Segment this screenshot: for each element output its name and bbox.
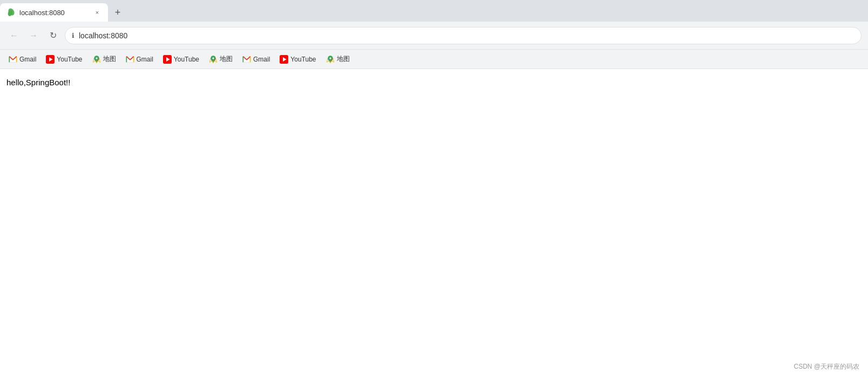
url-display: localhost:8080 — [79, 31, 127, 40]
bookmark-maps-1[interactable]: 地图 — [88, 52, 120, 66]
bookmark-maps-3[interactable]: 地图 — [322, 52, 354, 66]
svg-point-7 — [212, 57, 214, 59]
bookmark-label-maps-1: 地图 — [103, 55, 116, 64]
youtube-favicon-icon — [280, 55, 288, 64]
url-security-icon: ℹ — [72, 32, 74, 39]
svg-point-4 — [96, 57, 97, 59]
bookmark-label-maps-2: 地图 — [220, 55, 233, 64]
active-tab[interactable]: localhost:8080 × — [0, 3, 108, 22]
page-content: hello,SpringBoot!! — [0, 69, 868, 366]
bookmark-youtube-1[interactable]: YouTube — [42, 53, 86, 66]
new-tab-button[interactable]: + — [110, 5, 125, 20]
maps-favicon-icon — [92, 55, 101, 64]
address-bar: ← → ↻ ℹ localhost:8080 — [0, 22, 868, 50]
page-text: hello,SpringBoot!! — [6, 78, 70, 87]
watermark: CSDN @天秤座的码农 — [794, 362, 859, 371]
bookmark-label-youtube-3: YouTube — [290, 56, 316, 63]
tab-close-button[interactable]: × — [93, 8, 101, 17]
bookmark-label-gmail-1: Gmail — [19, 56, 36, 63]
bookmark-label-gmail-2: Gmail — [137, 56, 153, 63]
reload-button[interactable]: ↻ — [45, 28, 60, 43]
bookmark-label-youtube-1: YouTube — [57, 56, 82, 63]
bookmark-label-maps-3: 地图 — [337, 55, 350, 64]
maps-favicon-icon — [209, 55, 218, 64]
tab-title: localhost:8080 — [19, 9, 89, 17]
bookmarks-bar: Gmail YouTube 地图 Gmail YouTube — [0, 50, 868, 69]
youtube-favicon-icon — [163, 55, 172, 64]
bookmark-label-youtube-2: YouTube — [174, 56, 199, 63]
gmail-favicon-icon — [126, 55, 134, 64]
youtube-favicon-icon — [46, 55, 55, 64]
bookmark-gmail-2[interactable]: Gmail — [121, 53, 158, 66]
url-bar[interactable]: ℹ localhost:8080 — [65, 27, 862, 44]
forward-button[interactable]: → — [26, 28, 41, 43]
tab-bar: localhost:8080 × + — [0, 0, 868, 22]
gmail-favicon-icon — [9, 55, 17, 64]
bookmark-youtube-2[interactable]: YouTube — [159, 53, 204, 66]
bookmark-youtube-3[interactable]: YouTube — [275, 53, 320, 66]
maps-favicon-icon — [326, 55, 335, 64]
bookmark-gmail-1[interactable]: Gmail — [4, 53, 40, 66]
bookmark-gmail-3[interactable]: Gmail — [238, 53, 274, 66]
bookmark-maps-2[interactable]: 地图 — [205, 52, 237, 66]
bookmark-label-gmail-3: Gmail — [253, 56, 270, 63]
tab-favicon — [6, 8, 15, 17]
svg-point-10 — [329, 57, 331, 59]
back-button[interactable]: ← — [6, 28, 22, 43]
gmail-favicon-icon — [242, 55, 251, 64]
